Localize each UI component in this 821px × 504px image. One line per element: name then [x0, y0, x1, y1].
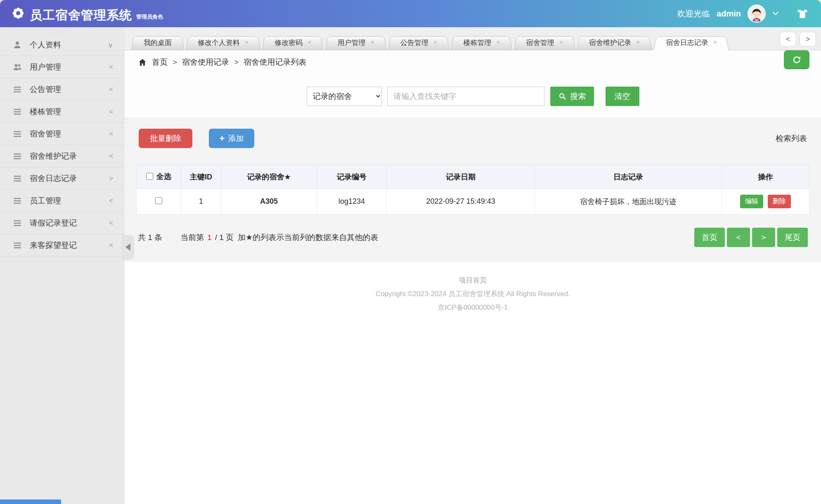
first-page-button[interactable]: 首页: [694, 228, 725, 247]
clear-button[interactable]: 清空: [606, 87, 639, 106]
sidebar-item-label: 宿舍维护记录: [30, 151, 109, 162]
cell-date: 2022-09-27 15:49:43: [387, 189, 535, 214]
breadcrumb-separator: >: [234, 58, 239, 67]
tab-label: 修改个人资料: [198, 38, 240, 47]
tab-change-password[interactable]: 修改密码×: [262, 35, 324, 50]
prev-page-button[interactable]: <: [727, 228, 750, 247]
tab-scroll-left-button[interactable]: <: [780, 32, 796, 47]
sidebar-item-label: 员工管理: [30, 195, 109, 206]
close-icon[interactable]: ×: [245, 39, 248, 46]
list-icon: [12, 107, 24, 117]
batch-delete-button[interactable]: 批量删除: [139, 129, 192, 148]
cell-code: log1234: [317, 189, 387, 214]
sidebar-item-label: 来客探望登记: [30, 240, 109, 251]
list-panel: 批量删除 + 添加 检索列表: [125, 118, 821, 262]
select-all-label: 全选: [156, 172, 171, 181]
current-page-number: 1: [207, 233, 212, 242]
tab-label: 用户管理: [338, 38, 366, 47]
sidebar-item-dorms[interactable]: 宿舍管理 <: [0, 123, 125, 145]
close-icon[interactable]: ×: [308, 39, 311, 46]
chevron-left-icon: <: [109, 130, 113, 138]
close-icon[interactable]: ×: [713, 39, 717, 46]
chevron-left-icon: <: [109, 63, 113, 71]
page-footer: 项目首页 Copyright ©2023-2024 员工宿舍管理系统 All R…: [125, 262, 821, 314]
total-count: 共 1 条: [138, 232, 162, 243]
breadcrumb-current: 宿舍使用记录列表: [244, 57, 306, 68]
sidebar-item-label: 用户管理: [30, 62, 109, 73]
breadcrumb-home[interactable]: 首页: [152, 57, 168, 68]
header-date: 记录日期: [387, 165, 535, 189]
cell-log: 宿舍椅子损坏，地面出现污迹: [535, 189, 722, 214]
chevron-left-icon: <: [109, 197, 113, 205]
table-header-row: 全选 主键ID 记录的宿舍★ 记录编号 记录日期 日志记录 操作: [137, 165, 809, 189]
footer-home-link[interactable]: 项目首页: [125, 273, 821, 287]
edit-button[interactable]: 编辑: [740, 195, 763, 208]
chevron-down-icon[interactable]: [772, 11, 779, 16]
tab-log-records[interactable]: 宿舍日志记录×: [653, 35, 729, 50]
top-header: 员工宿舍管理系统 管理员角色 欢迎光临 admin: [0, 0, 821, 27]
sidebar-item-label: 宿舍管理: [30, 129, 109, 139]
add-button-label: 添加: [228, 133, 244, 144]
triangle-left-icon: [125, 243, 130, 251]
search-icon: [558, 92, 567, 101]
breadcrumb-section[interactable]: 宿舍使用记录: [182, 57, 229, 68]
header-select-all: 全选: [137, 165, 181, 189]
tab-label: 我的桌面: [144, 38, 172, 47]
sidebar-item-visitor-records[interactable]: 来客探望登记 <: [0, 234, 125, 257]
header-ops: 操作: [722, 165, 809, 189]
footer-icp: 京ICP备00000000号-1: [125, 301, 821, 314]
avatar[interactable]: [748, 5, 766, 23]
sidebar-item-announcements[interactable]: 公告管理 <: [0, 78, 125, 101]
next-page-button[interactable]: >: [752, 228, 775, 247]
add-button[interactable]: + 添加: [209, 129, 254, 148]
theme-shirt-icon[interactable]: [796, 7, 809, 20]
list-icon: [12, 174, 24, 184]
tab-dorm-management[interactable]: 宿舍管理×: [514, 35, 575, 50]
sidebar-item-maintenance-records[interactable]: 宿舍维护记录 <: [0, 145, 125, 167]
search-input[interactable]: [388, 87, 544, 106]
tab-user-management[interactable]: 用户管理×: [325, 35, 387, 50]
sidebar-item-leave-records[interactable]: 请假记录登记 <: [0, 212, 125, 234]
sidebar-item-profile[interactable]: 个人资料 ∨: [0, 34, 125, 56]
last-page-button[interactable]: 尾页: [777, 228, 808, 247]
tab-building-management[interactable]: 楼栋管理×: [451, 35, 512, 50]
tab-my-desktop[interactable]: 我的桌面: [131, 35, 184, 50]
user-icon: [12, 40, 24, 50]
sidebar-item-users[interactable]: 用户管理 <: [0, 56, 125, 78]
app-title: 员工宿舍管理系统: [30, 9, 132, 21]
search-field-select[interactable]: 记录的宿舍: [307, 87, 382, 106]
tab-label: 宿舍维护记录: [589, 38, 631, 47]
list-icon: [12, 196, 24, 206]
chevron-left-icon: <: [109, 85, 113, 94]
close-icon[interactable]: ×: [433, 39, 437, 46]
chevron-right-icon: >: [109, 174, 113, 183]
close-icon[interactable]: ×: [371, 39, 374, 46]
tab-label: 公告管理: [400, 38, 428, 47]
refresh-button[interactable]: [784, 50, 809, 69]
tab-scroll-right-button[interactable]: >: [800, 32, 816, 47]
chevron-left-icon: <: [109, 152, 113, 160]
close-icon[interactable]: ×: [559, 39, 563, 46]
refresh-icon: [792, 55, 802, 65]
header-log: 日志记录: [535, 165, 722, 189]
records-table: 全选 主键ID 记录的宿舍★ 记录编号 记录日期 日志记录 操作: [136, 165, 809, 214]
tab-edit-profile[interactable]: 修改个人资料×: [185, 35, 261, 50]
sidebar-item-log-records[interactable]: 宿舍日志记录 >: [0, 167, 125, 190]
tab-announcement-management[interactable]: 公告管理×: [388, 35, 450, 50]
close-icon[interactable]: ×: [496, 39, 500, 46]
sidebar-item-buildings[interactable]: 楼栋管理 <: [0, 101, 125, 123]
close-icon[interactable]: ×: [636, 39, 640, 46]
current-page-suffix: / 1 页: [215, 232, 234, 243]
chevron-left-icon: <: [109, 219, 113, 227]
delete-button[interactable]: 删除: [768, 195, 791, 208]
select-all-checkbox[interactable]: [146, 173, 153, 180]
tab-maintenance-records[interactable]: 宿舍维护记录×: [577, 35, 652, 50]
chevron-left-icon: <: [109, 241, 113, 250]
cell-dorm: A305: [221, 189, 317, 214]
search-button[interactable]: 搜索: [550, 87, 594, 106]
row-checkbox[interactable]: [155, 197, 162, 204]
brand: 员工宿舍管理系统 管理员角色: [11, 6, 163, 21]
role-subtitle: 管理员角色: [136, 13, 163, 21]
sidebar-item-employees[interactable]: 员工管理 <: [0, 190, 125, 212]
sidebar-collapse-handle[interactable]: [122, 235, 134, 259]
